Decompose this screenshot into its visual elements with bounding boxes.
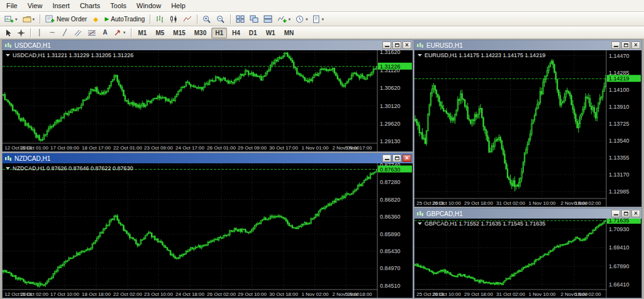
candlestick-chart-nzdcad[interactable]: 12 Oct 201816 Oct 02:0017 Oct 10:0018 Oc… (3, 163, 413, 298)
minimize-button[interactable] (611, 210, 620, 217)
close-button[interactable]: × (631, 41, 640, 49)
svg-text:18 Oct 17:00: 18 Oct 17:00 (82, 145, 111, 151)
separator (230, 14, 231, 24)
svg-text:26 Oct 10:00: 26 Oct 10:00 (432, 200, 461, 206)
minimize-button[interactable] (611, 41, 620, 49)
candlestick-chart-usdcad[interactable]: 12 Oct 201816 Oct 01:0017 Oct 09:0018 Oc… (3, 50, 413, 151)
svg-text:1.14100: 1.14100 (609, 87, 630, 93)
menu-insert[interactable]: Insert (47, 1, 75, 11)
close-button[interactable]: × (402, 41, 411, 49)
restore-button[interactable] (392, 155, 401, 162)
chart-window-titlebar[interactable]: NZDCAD,H1 × (3, 153, 413, 163)
timeframe-w1-button[interactable]: W1 (262, 28, 279, 38)
cursor-button[interactable] (2, 27, 14, 39)
autotrading-button[interactable]: ▶ AutoTrading (102, 13, 147, 25)
text-tool-button[interactable]: A (99, 27, 111, 39)
candlestick-chart-gbpcad[interactable]: 25 Oct 201826 Oct 10:0029 Oct 18:0031 Oc… (414, 219, 641, 298)
svg-text:23 Oct 10:00: 23 Oct 10:00 (144, 291, 173, 297)
timeframe-h1-button[interactable]: H1 (211, 28, 227, 38)
svg-text:0.85890: 0.85890 (380, 231, 401, 237)
timeframe-h4-button[interactable]: H4 (228, 28, 244, 38)
crosshair-button[interactable] (14, 27, 28, 39)
svg-text:1.13540: 1.13540 (609, 138, 630, 144)
timeframe-m1-button[interactable]: M1 (135, 28, 151, 38)
chart-window-titlebar[interactable]: GBPCAD,H1 × (414, 209, 641, 219)
timeframe-m5-button[interactable]: M5 (152, 28, 168, 38)
minimize-button[interactable] (382, 41, 391, 49)
new-order-button[interactable]: New Order (43, 13, 89, 25)
chart-window-titlebar[interactable]: USDCAD,H1 × (3, 40, 413, 50)
svg-text:30 Oct 18:00: 30 Oct 18:00 (269, 291, 298, 297)
svg-text:6 Nov 02:00: 6 Nov 02:00 (574, 200, 601, 206)
svg-text:0.87630: 0.87630 (380, 166, 401, 173)
separator (197, 14, 197, 24)
menu-window[interactable]: Window (131, 1, 166, 11)
bar-chart-button[interactable] (153, 13, 167, 25)
svg-text:0.86820: 0.86820 (380, 197, 401, 203)
svg-text:18 Oct 18:00: 18 Oct 18:00 (82, 291, 111, 297)
menu-file[interactable]: File (1, 1, 23, 11)
profiles-button[interactable]: ▾ (20, 13, 38, 25)
tile-horizontal-button[interactable] (261, 13, 275, 25)
svg-text:1.13355: 1.13355 (609, 155, 630, 161)
text-tool-icon: A (103, 30, 107, 36)
timeframe-d1-button[interactable]: D1 (245, 28, 261, 38)
arrows-tool-button[interactable]: ▾ (111, 27, 128, 39)
minimize-icon (385, 43, 389, 47)
chevron-down-icon: ▾ (306, 17, 308, 22)
candlestick-chart-eurusd[interactable]: 25 Oct 201826 Oct 10:0029 Oct 18:0031 Oc… (414, 50, 641, 207)
svg-text:31 Oct 02:00: 31 Oct 02:00 (496, 291, 525, 297)
close-button[interactable]: × (631, 210, 640, 217)
trendline-button[interactable]: ╱ (58, 27, 71, 39)
zoom-in-button[interactable] (200, 13, 214, 25)
cursor-arrow-icon (4, 29, 12, 37)
candlestick-chart-icon (169, 15, 178, 23)
minimize-button[interactable] (382, 155, 391, 162)
vertical-line-button[interactable]: │ (33, 27, 46, 39)
profiles-icon (23, 15, 31, 23)
svg-text:24 Oct 17:00: 24 Oct 17:00 (175, 145, 204, 151)
timeframe-mn-button[interactable]: MN (280, 28, 298, 38)
horizontal-line-icon: ─ (50, 30, 54, 36)
chart-window-titlebar[interactable]: EURUSD,H1 × (414, 40, 641, 50)
menu-view[interactable]: View (23, 1, 48, 11)
restore-button[interactable] (621, 210, 630, 217)
svg-text:1.30120: 1.30120 (380, 103, 401, 109)
svg-text:6 Nov 02:00: 6 Nov 02:00 (574, 291, 601, 297)
expert-advisors-button[interactable]: ◆ (89, 13, 102, 25)
menu-help[interactable]: Help (166, 1, 191, 11)
indicators-button[interactable]: ▾ (275, 13, 293, 25)
chevron-down-icon: ▾ (321, 17, 324, 22)
crosshair-icon (17, 29, 25, 37)
zoom-out-button[interactable] (214, 13, 228, 25)
svg-text:1.31620: 1.31620 (380, 50, 401, 55)
fibonacci-button[interactable] (85, 27, 99, 39)
equidistant-channel-button[interactable] (71, 27, 85, 39)
chevron-down-icon: ▾ (15, 17, 18, 22)
separator (30, 28, 31, 38)
svg-text:29 Oct 10:00: 29 Oct 10:00 (238, 291, 267, 297)
cascade-windows-button[interactable] (247, 13, 261, 25)
templates-button[interactable]: ▾ (310, 13, 326, 25)
chart-icon (4, 42, 12, 48)
svg-text:1.30620: 1.30620 (380, 85, 401, 91)
svg-text:1.71635: 1.71635 (609, 219, 630, 224)
new-chart-icon (4, 15, 14, 23)
svg-text:24 Oct 18:00: 24 Oct 18:00 (175, 291, 204, 297)
close-button[interactable]: × (402, 155, 411, 162)
menu-charts[interactable]: Charts (75, 1, 105, 11)
restore-button[interactable] (621, 41, 630, 49)
svg-text:29 Oct 18:00: 29 Oct 18:00 (464, 291, 493, 297)
new-chart-button[interactable]: ▾ (2, 13, 20, 25)
menu-tools[interactable]: Tools (105, 1, 131, 11)
svg-text:1.66410: 1.66410 (609, 281, 630, 288)
horizontal-line-button[interactable]: ─ (46, 27, 58, 39)
restore-button[interactable] (392, 41, 401, 49)
chart-window-eurusd: EURUSD,H1 × 25 Oct 201826 Oct 10:0029 Oc… (414, 40, 642, 207)
line-chart-button[interactable] (180, 13, 194, 25)
tile-windows-button[interactable] (233, 13, 247, 25)
timeframe-m30-button[interactable]: M30 (191, 28, 210, 38)
timeframe-m15-button[interactable]: M15 (169, 28, 189, 38)
candlestick-chart-button[interactable] (167, 13, 180, 25)
periods-button[interactable]: ▾ (293, 13, 311, 25)
